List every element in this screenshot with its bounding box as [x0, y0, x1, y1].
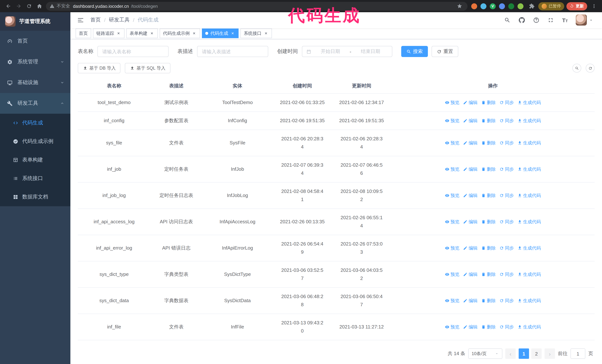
row-action-sync[interactable]: 同步: [499, 297, 514, 305]
sidebar-subitem-db-doc[interactable]: 数据库文档: [0, 188, 70, 206]
water-drop-extension-icon[interactable]: [481, 3, 486, 9]
page-button-1[interactable]: 1: [519, 348, 529, 359]
row-action-eye[interactable]: 预览: [445, 297, 459, 305]
search-icon[interactable]: [504, 16, 511, 24]
row-action-edit[interactable]: 编辑: [463, 297, 478, 305]
row-action-download[interactable]: 生成代码: [517, 191, 541, 200]
paw-extension-icon[interactable]: [517, 3, 524, 9]
row-action-download[interactable]: 生成代码: [517, 270, 541, 279]
row-action-eye[interactable]: 预览: [445, 98, 459, 107]
row-action-delete[interactable]: 删除: [481, 323, 496, 331]
search-button[interactable]: 搜索: [401, 46, 428, 57]
row-action-sync[interactable]: 同步: [499, 117, 514, 125]
row-action-delete[interactable]: 删除: [481, 117, 496, 125]
row-action-eye[interactable]: 预览: [445, 270, 459, 279]
bookmark-star-icon[interactable]: [455, 2, 464, 10]
extensions-puzzle-icon[interactable]: [527, 2, 536, 10]
row-action-eye[interactable]: 预览: [445, 165, 459, 173]
hamburger-icon[interactable]: [76, 16, 85, 24]
import-sql-button[interactable]: 基于 SQL 导入: [125, 63, 170, 73]
row-action-sync[interactable]: 同步: [499, 191, 514, 200]
address-bar[interactable]: 不安全 dashboard.yudao.iocoder.cn/tool/code…: [46, 2, 468, 10]
sidebar-item-devtools[interactable]: 研发工具: [0, 93, 70, 114]
fullscreen-icon[interactable]: [547, 16, 554, 24]
row-action-edit[interactable]: 编辑: [463, 98, 478, 107]
import-db-button[interactable]: 基于 DB 导入: [78, 63, 121, 73]
row-action-download[interactable]: 生成代码: [517, 165, 541, 173]
date-range-input[interactable]: 开始日期 - 结束日期: [302, 46, 392, 57]
row-action-sync[interactable]: 同步: [499, 218, 514, 226]
row-action-sync[interactable]: 同步: [499, 270, 514, 279]
sidebar-subitem-form-builder[interactable]: 表单构建: [0, 151, 70, 169]
tab-链路追踪[interactable]: 链路追踪×: [93, 29, 124, 38]
row-action-eye[interactable]: 预览: [445, 218, 459, 226]
close-tab-icon[interactable]: ×: [116, 31, 121, 36]
sidebar-subitem-codegen-example[interactable]: 代码生成示例: [0, 132, 70, 151]
update-button[interactable]: 更新: [566, 2, 587, 10]
row-action-eye[interactable]: 预览: [445, 323, 459, 331]
row-action-eye[interactable]: 预览: [445, 117, 459, 125]
row-action-delete[interactable]: 删除: [481, 218, 496, 226]
row-action-delete[interactable]: 删除: [481, 139, 496, 147]
sidebar-subitem-codegen[interactable]: 代码生成: [0, 114, 70, 132]
sidebar-item-home[interactable]: 首页: [0, 31, 70, 52]
tab-代码生成示例[interactable]: 代码生成示例×: [160, 29, 200, 38]
row-action-delete[interactable]: 删除: [481, 270, 496, 279]
kebab-menu-icon[interactable]: [589, 2, 598, 10]
sheets-extension-icon[interactable]: [508, 3, 514, 9]
row-action-sync[interactable]: 同步: [499, 165, 514, 173]
row-action-edit[interactable]: 编辑: [463, 244, 478, 252]
row-action-edit[interactable]: 编辑: [463, 117, 478, 125]
row-action-edit[interactable]: 编辑: [463, 270, 478, 279]
reset-button[interactable]: 重置: [431, 46, 458, 57]
row-action-delete[interactable]: 删除: [481, 191, 496, 200]
row-action-download[interactable]: 生成代码: [517, 98, 541, 107]
row-action-eye[interactable]: 预览: [445, 139, 459, 147]
row-action-edit[interactable]: 编辑: [463, 165, 478, 173]
row-action-edit[interactable]: 编辑: [463, 323, 478, 331]
font-size-icon[interactable]: TT: [561, 16, 569, 24]
reload-icon[interactable]: [24, 2, 33, 10]
row-action-sync[interactable]: 同步: [499, 98, 514, 107]
page-button-2[interactable]: 2: [531, 348, 542, 359]
close-tab-icon[interactable]: ×: [263, 31, 269, 36]
tab-表单构建[interactable]: 表单构建×: [126, 29, 158, 38]
refresh-table-button[interactable]: [586, 64, 595, 73]
row-action-sync[interactable]: 同步: [499, 244, 514, 252]
row-action-download[interactable]: 生成代码: [517, 297, 541, 305]
breadcrumb-item[interactable]: 研发工具: [109, 17, 130, 23]
sidebar-subitem-system-api[interactable]: 系统接口: [0, 169, 70, 188]
row-action-eye[interactable]: 预览: [445, 191, 459, 200]
home-icon[interactable]: [35, 2, 44, 10]
table-desc-input[interactable]: [197, 46, 268, 57]
breadcrumb-item[interactable]: 首页: [90, 17, 101, 23]
next-page-button[interactable]: ›: [545, 348, 555, 359]
security-label[interactable]: 不安全: [57, 3, 70, 9]
tab-系统接口[interactable]: 系统接口×: [240, 29, 272, 38]
page-size-select[interactable]: 10条/页: [468, 348, 502, 359]
app-logo[interactable]: 芋道管理系统: [0, 12, 70, 31]
fox-extension-icon[interactable]: [471, 3, 477, 9]
close-tab-icon[interactable]: ×: [230, 31, 235, 36]
tab-首页[interactable]: 首页: [75, 29, 91, 38]
table-name-input[interactable]: [97, 46, 169, 57]
row-action-download[interactable]: 生成代码: [517, 139, 541, 147]
goto-page-input[interactable]: [570, 348, 585, 359]
row-action-edit[interactable]: 编辑: [463, 218, 478, 226]
prev-page-button[interactable]: ‹: [505, 348, 516, 359]
back-icon[interactable]: [4, 2, 13, 10]
row-action-delete[interactable]: 删除: [481, 98, 496, 107]
forward-icon[interactable]: [14, 2, 23, 10]
close-tab-icon[interactable]: ×: [192, 31, 197, 36]
user-menu[interactable]: [576, 15, 593, 26]
row-action-download[interactable]: 生成代码: [517, 244, 541, 252]
contacts-extension-icon[interactable]: [499, 3, 505, 9]
row-action-delete[interactable]: 删除: [481, 165, 496, 173]
toggle-search-button[interactable]: [572, 64, 581, 73]
close-tab-icon[interactable]: ×: [149, 31, 154, 36]
row-action-eye[interactable]: 预览: [445, 244, 459, 252]
row-action-download[interactable]: 生成代码: [517, 117, 541, 125]
row-action-download[interactable]: 生成代码: [517, 323, 541, 331]
row-action-delete[interactable]: 删除: [481, 244, 496, 252]
row-action-download[interactable]: 生成代码: [517, 218, 541, 226]
